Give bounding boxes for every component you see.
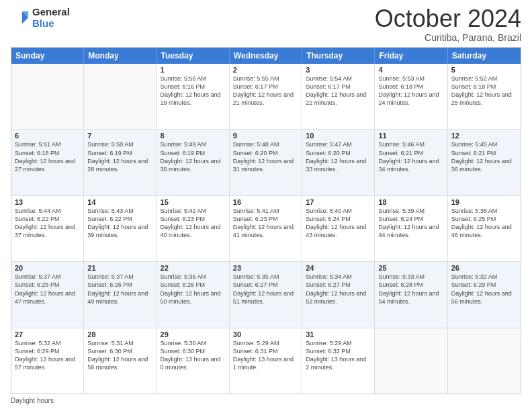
cell-info: Sunrise: 5:35 AM Sunset: 6:27 PM Dayligh…	[233, 273, 298, 306]
cell-info: Sunrise: 5:36 AM Sunset: 6:26 PM Dayligh…	[161, 273, 226, 306]
cell-info: Sunrise: 5:30 AM Sunset: 6:30 PM Dayligh…	[161, 339, 226, 372]
day-number: 29	[161, 330, 226, 338]
calendar-cell: 15Sunrise: 5:42 AM Sunset: 6:23 PM Dayli…	[157, 196, 230, 261]
calendar-cell: 18Sunrise: 5:39 AM Sunset: 6:24 PM Dayli…	[375, 196, 447, 261]
day-number: 15	[161, 198, 226, 206]
calendar-cell: 13Sunrise: 5:44 AM Sunset: 6:22 PM Dayli…	[11, 196, 84, 261]
calendar-cell: 21Sunrise: 5:37 AM Sunset: 6:26 PM Dayli…	[84, 262, 157, 327]
day-header-saturday: Saturday	[448, 48, 521, 64]
cell-info: Sunrise: 5:34 AM Sunset: 6:27 PM Dayligh…	[306, 273, 371, 306]
title-block: October 2024 Curitiba, Parana, Brazil	[375, 7, 521, 43]
calendar-cell: 27Sunrise: 5:32 AM Sunset: 6:29 PM Dayli…	[11, 328, 84, 394]
calendar-cell: 23Sunrise: 5:35 AM Sunset: 6:27 PM Dayli…	[230, 262, 302, 327]
day-number: 9	[233, 132, 298, 140]
cell-info: Sunrise: 5:39 AM Sunset: 6:24 PM Dayligh…	[378, 207, 443, 240]
calendar-row-3: 13Sunrise: 5:44 AM Sunset: 6:22 PM Dayli…	[11, 195, 521, 261]
calendar-cell: 6Sunrise: 5:51 AM Sunset: 6:18 PM Daylig…	[11, 130, 84, 195]
calendar-cell: 12Sunrise: 5:45 AM Sunset: 6:21 PM Dayli…	[448, 130, 521, 195]
day-number: 30	[233, 330, 298, 338]
day-number: 3	[306, 66, 371, 74]
page: General Blue October 2024 Curitiba, Para…	[0, 0, 532, 411]
calendar-cell: 5Sunrise: 5:52 AM Sunset: 6:18 PM Daylig…	[448, 64, 521, 129]
day-number: 22	[161, 264, 226, 272]
day-number: 14	[87, 198, 152, 206]
day-number: 28	[87, 330, 152, 338]
cell-info: Sunrise: 5:48 AM Sunset: 6:20 PM Dayligh…	[233, 140, 298, 173]
calendar-cell: 22Sunrise: 5:36 AM Sunset: 6:26 PM Dayli…	[157, 262, 230, 327]
calendar-cell: 10Sunrise: 5:47 AM Sunset: 6:20 PM Dayli…	[302, 130, 375, 195]
month-title: October 2024	[375, 7, 521, 31]
day-number: 4	[378, 66, 443, 74]
logo-icon	[11, 9, 30, 28]
cell-info: Sunrise: 5:37 AM Sunset: 6:25 PM Dayligh…	[15, 273, 80, 306]
calendar-cell: 9Sunrise: 5:48 AM Sunset: 6:20 PM Daylig…	[230, 130, 302, 195]
day-number: 16	[233, 198, 298, 206]
calendar-cell	[375, 328, 447, 394]
cell-info: Sunrise: 5:54 AM Sunset: 6:17 PM Dayligh…	[306, 75, 371, 107]
calendar: SundayMondayTuesdayWednesdayThursdayFrid…	[11, 47, 521, 394]
day-header-thursday: Thursday	[302, 48, 375, 64]
cell-info: Sunrise: 5:42 AM Sunset: 6:23 PM Dayligh…	[161, 207, 226, 240]
day-number: 10	[306, 132, 371, 140]
cell-info: Sunrise: 5:29 AM Sunset: 6:32 PM Dayligh…	[306, 339, 371, 372]
cell-info: Sunrise: 5:46 AM Sunset: 6:21 PM Dayligh…	[378, 140, 443, 173]
day-number: 7	[87, 132, 152, 140]
cell-info: Sunrise: 5:44 AM Sunset: 6:22 PM Dayligh…	[15, 207, 80, 240]
day-number: 31	[306, 330, 371, 338]
calendar-cell: 24Sunrise: 5:34 AM Sunset: 6:27 PM Dayli…	[302, 262, 375, 327]
calendar-cell: 17Sunrise: 5:40 AM Sunset: 6:24 PM Dayli…	[302, 196, 375, 261]
calendar-cell: 2Sunrise: 5:55 AM Sunset: 6:17 PM Daylig…	[230, 64, 302, 129]
calendar-cell	[448, 328, 521, 394]
calendar-cell: 3Sunrise: 5:54 AM Sunset: 6:17 PM Daylig…	[302, 64, 375, 129]
calendar-cell: 31Sunrise: 5:29 AM Sunset: 6:32 PM Dayli…	[302, 328, 375, 394]
cell-info: Sunrise: 5:38 AM Sunset: 6:25 PM Dayligh…	[451, 207, 517, 240]
calendar-cell: 26Sunrise: 5:32 AM Sunset: 6:29 PM Dayli…	[448, 262, 521, 327]
footer-note: Daylight hours	[11, 397, 521, 404]
day-number: 11	[378, 132, 443, 140]
day-number: 5	[451, 66, 517, 74]
day-number: 13	[15, 198, 80, 206]
location: Curitiba, Parana, Brazil	[375, 32, 521, 43]
header: General Blue October 2024 Curitiba, Para…	[11, 7, 521, 43]
calendar-cell	[84, 64, 157, 129]
day-header-tuesday: Tuesday	[157, 48, 230, 64]
day-number: 23	[233, 264, 298, 272]
day-number: 25	[378, 264, 443, 272]
day-number: 24	[306, 264, 371, 272]
day-number: 1	[161, 66, 226, 74]
day-number: 8	[161, 132, 226, 140]
calendar-cell: 7Sunrise: 5:50 AM Sunset: 6:19 PM Daylig…	[84, 130, 157, 195]
calendar-row-4: 20Sunrise: 5:37 AM Sunset: 6:25 PM Dayli…	[11, 261, 521, 327]
cell-info: Sunrise: 5:40 AM Sunset: 6:24 PM Dayligh…	[306, 207, 371, 240]
logo: General Blue	[11, 7, 70, 29]
cell-info: Sunrise: 5:52 AM Sunset: 6:18 PM Dayligh…	[451, 75, 517, 107]
cell-info: Sunrise: 5:50 AM Sunset: 6:19 PM Dayligh…	[87, 140, 152, 173]
cell-info: Sunrise: 5:56 AM Sunset: 6:16 PM Dayligh…	[161, 75, 226, 107]
day-number: 6	[15, 132, 80, 140]
cell-info: Sunrise: 5:33 AM Sunset: 6:28 PM Dayligh…	[378, 273, 443, 306]
cell-info: Sunrise: 5:49 AM Sunset: 6:19 PM Dayligh…	[161, 140, 226, 173]
calendar-body: 1Sunrise: 5:56 AM Sunset: 6:16 PM Daylig…	[11, 64, 521, 394]
day-number: 18	[378, 198, 443, 206]
calendar-cell: 1Sunrise: 5:56 AM Sunset: 6:16 PM Daylig…	[157, 64, 230, 129]
calendar-cell: 30Sunrise: 5:29 AM Sunset: 6:31 PM Dayli…	[230, 328, 302, 394]
cell-info: Sunrise: 5:29 AM Sunset: 6:31 PM Dayligh…	[233, 339, 298, 372]
calendar-cell: 25Sunrise: 5:33 AM Sunset: 6:28 PM Dayli…	[375, 262, 447, 327]
calendar-row-1: 1Sunrise: 5:56 AM Sunset: 6:16 PM Daylig…	[11, 64, 521, 129]
calendar-cell	[11, 64, 84, 129]
calendar-row-2: 6Sunrise: 5:51 AM Sunset: 6:18 PM Daylig…	[11, 129, 521, 195]
day-number: 2	[233, 66, 298, 74]
cell-info: Sunrise: 5:47 AM Sunset: 6:20 PM Dayligh…	[306, 140, 371, 173]
day-number: 17	[306, 198, 371, 206]
day-number: 20	[15, 264, 80, 272]
calendar-cell: 29Sunrise: 5:30 AM Sunset: 6:30 PM Dayli…	[157, 328, 230, 394]
logo-text: General Blue	[32, 7, 70, 29]
calendar-cell: 11Sunrise: 5:46 AM Sunset: 6:21 PM Dayli…	[375, 130, 447, 195]
calendar-cell: 20Sunrise: 5:37 AM Sunset: 6:25 PM Dayli…	[11, 262, 84, 327]
day-number: 26	[451, 264, 517, 272]
cell-info: Sunrise: 5:31 AM Sunset: 6:30 PM Dayligh…	[87, 339, 152, 372]
day-number: 27	[15, 330, 80, 338]
calendar-cell: 16Sunrise: 5:41 AM Sunset: 6:23 PM Dayli…	[230, 196, 302, 261]
calendar-cell: 4Sunrise: 5:53 AM Sunset: 6:18 PM Daylig…	[375, 64, 447, 129]
calendar-cell: 28Sunrise: 5:31 AM Sunset: 6:30 PM Dayli…	[84, 328, 157, 394]
